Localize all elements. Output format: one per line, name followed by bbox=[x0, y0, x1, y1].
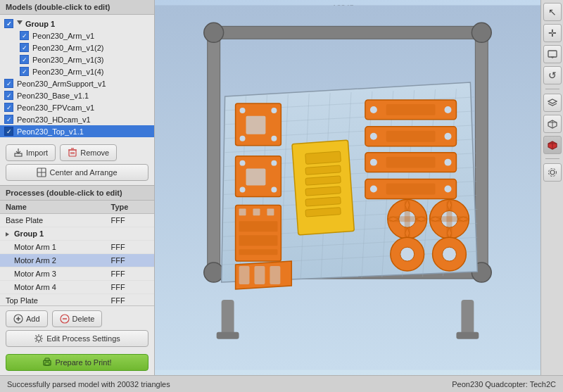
arm4-label: Peon230_Arm_v1(4) bbox=[32, 68, 104, 76]
svg-point-92 bbox=[444, 186, 451, 193]
red-cube-icon bbox=[548, 140, 557, 150]
center-arrange-button[interactable]: Center and Arrange bbox=[6, 164, 148, 181]
svg-rect-112 bbox=[456, 332, 479, 339]
svg-rect-113 bbox=[548, 51, 557, 57]
prepare-to-print-button[interactable]: Prepare to Print! bbox=[6, 354, 148, 371]
svg-point-88 bbox=[444, 159, 451, 166]
toolbar-arrow-button[interactable]: ↖ bbox=[543, 3, 562, 21]
svg-rect-111 bbox=[217, 332, 239, 339]
svg-point-15 bbox=[37, 336, 41, 341]
model-item-arm3[interactable]: ✓ Peon230_Arm_v1(3) bbox=[0, 53, 154, 65]
model-item-fpvcam[interactable]: ✓ Peon230_FPVcam_v1 bbox=[0, 101, 154, 113]
delete-process-button[interactable]: Delete bbox=[52, 310, 103, 327]
svg-point-121 bbox=[548, 169, 556, 177]
svg-rect-20 bbox=[211, 26, 485, 39]
svg-point-105 bbox=[443, 247, 457, 261]
model-item-arm2[interactable]: ✓ Peon230_Arm_v1(2) bbox=[0, 42, 154, 53]
svg-point-69 bbox=[271, 187, 277, 193]
remove-button[interactable]: Remove bbox=[60, 144, 117, 161]
col-name-header: Name bbox=[0, 201, 106, 214]
table-row[interactable]: Motor Arm 3 FFF bbox=[0, 267, 154, 281]
fpvcam-label: Peon230_FPVcam_v1 bbox=[17, 103, 94, 112]
arm2-label: Peon230_Arm_v1(2) bbox=[32, 44, 104, 52]
group1-label: Group 1 bbox=[25, 20, 55, 28]
svg-rect-89 bbox=[386, 157, 436, 168]
svg-rect-72 bbox=[239, 208, 246, 215]
svg-rect-76 bbox=[239, 235, 278, 246]
arm3-label: Peon230_Arm_v1(3) bbox=[32, 56, 104, 64]
svg-rect-75 bbox=[239, 221, 278, 232]
model-item-top[interactable]: ✓ Peon230_Top_v1.1 bbox=[0, 125, 154, 137]
proc-name: Top Plate bbox=[0, 294, 106, 306]
hdcam-checkbox[interactable]: ✓ bbox=[4, 115, 13, 124]
svg-point-25 bbox=[472, 23, 491, 42]
svg-point-84 bbox=[444, 133, 451, 140]
svg-rect-93 bbox=[386, 184, 436, 195]
table-row[interactable]: Motor Arm 4 FFF bbox=[0, 281, 154, 294]
proc-name: Motor Arm 1 bbox=[0, 241, 106, 254]
gear-icon bbox=[548, 167, 557, 177]
armsupport-label: Peon230_ArmSupport_v1 bbox=[17, 80, 106, 88]
table-row[interactable]: Motor Arm 1 FFF bbox=[0, 241, 154, 254]
model-item-arm1[interactable]: ✓ Peon230_Arm_v1 bbox=[0, 30, 154, 42]
cube-icon bbox=[548, 119, 557, 129]
svg-point-66 bbox=[240, 160, 246, 166]
models-list: ✓ Group 1 ✓ Peon230_Arm_v1 ✓ Peon230_Arm… bbox=[0, 15, 154, 140]
model-item-arm4[interactable]: ✓ Peon230_Arm_v1(4) bbox=[0, 65, 154, 77]
add-process-button[interactable]: Add bbox=[6, 310, 48, 327]
svg-rect-106 bbox=[239, 266, 250, 284]
table-row[interactable]: Motor Arm 2 FFF bbox=[0, 254, 154, 267]
svg-point-120 bbox=[550, 170, 555, 175]
svg-rect-110 bbox=[461, 300, 474, 335]
toolbar-settings-button[interactable] bbox=[543, 163, 562, 182]
3d-viewport[interactable]: yx12345.com bbox=[155, 0, 540, 375]
base-checkbox[interactable]: ✓ bbox=[4, 91, 13, 100]
status-right: Peon230 Quadcopter: Tech2C bbox=[452, 380, 556, 388]
toolbar-rotate-button[interactable]: ↺ bbox=[543, 66, 562, 84]
toolbar-screen-button[interactable] bbox=[543, 45, 562, 63]
proc-type: FFF bbox=[106, 241, 155, 254]
col-type-header: Type bbox=[106, 201, 155, 214]
toolbar-layers-button[interactable] bbox=[543, 94, 562, 112]
proc-group-name: Group 1 bbox=[0, 227, 106, 241]
proc-name: Motor Arm 4 bbox=[0, 281, 106, 294]
prepare-button-row: Prepare to Print! bbox=[0, 351, 154, 375]
import-button[interactable]: Import bbox=[6, 144, 56, 161]
model-item-hdcam[interactable]: ✓ Peon230_HDcam_v1 bbox=[0, 113, 154, 125]
toolbar-move-button[interactable]: ✛ bbox=[543, 24, 562, 42]
arm2-checkbox[interactable]: ✓ bbox=[20, 43, 29, 52]
arm1-label: Peon230_Arm_v1 bbox=[32, 32, 94, 40]
svg-point-103 bbox=[400, 247, 415, 261]
arm4-checkbox[interactable]: ✓ bbox=[20, 67, 29, 76]
status-bar: Successfully parsed model with 20032 tri… bbox=[0, 375, 563, 392]
svg-point-67 bbox=[271, 160, 277, 166]
table-row[interactable]: Group 1 bbox=[0, 227, 154, 241]
svg-rect-81 bbox=[386, 104, 436, 115]
svg-point-79 bbox=[370, 106, 377, 113]
svg-rect-107 bbox=[254, 266, 265, 284]
screen-icon bbox=[548, 49, 557, 59]
table-row[interactable]: Base Plate FFF bbox=[0, 214, 154, 227]
toolbar-red-cube-button[interactable] bbox=[543, 136, 562, 154]
model-group1[interactable]: ✓ Group 1 bbox=[0, 18, 154, 30]
center-icon bbox=[37, 167, 46, 177]
table-row[interactable]: Top Plate FFF bbox=[0, 294, 154, 306]
toolbar-cube-button[interactable] bbox=[543, 115, 562, 133]
edit-process-settings-button[interactable]: Edit Process Settings bbox=[6, 330, 148, 347]
edit-settings-button-row: Edit Process Settings bbox=[0, 330, 154, 351]
svg-rect-73 bbox=[253, 208, 260, 215]
group1-triangle bbox=[17, 20, 23, 27]
svg-point-83 bbox=[370, 133, 377, 140]
top-checkbox[interactable]: ✓ bbox=[4, 127, 13, 136]
base-label: Peon230_Base_v1.1 bbox=[17, 91, 89, 100]
fpvcam-checkbox[interactable]: ✓ bbox=[4, 103, 13, 112]
group1-checkbox[interactable]: ✓ bbox=[4, 19, 13, 28]
model-item-armsupport[interactable]: ✓ Peon230_ArmSupport_v1 bbox=[0, 77, 154, 89]
model-item-base[interactable]: ✓ Peon230_Base_v1.1 bbox=[0, 89, 154, 101]
processes-panel-title: Processes (double-click to edit) bbox=[0, 186, 154, 201]
arm1-checkbox[interactable]: ✓ bbox=[20, 31, 29, 40]
arm3-checkbox[interactable]: ✓ bbox=[20, 55, 29, 64]
main-area: Models (double-click to edit) ✓ Group 1 … bbox=[0, 0, 563, 375]
proc-type: FFF bbox=[106, 294, 155, 306]
armsupport-checkbox[interactable]: ✓ bbox=[4, 79, 13, 88]
